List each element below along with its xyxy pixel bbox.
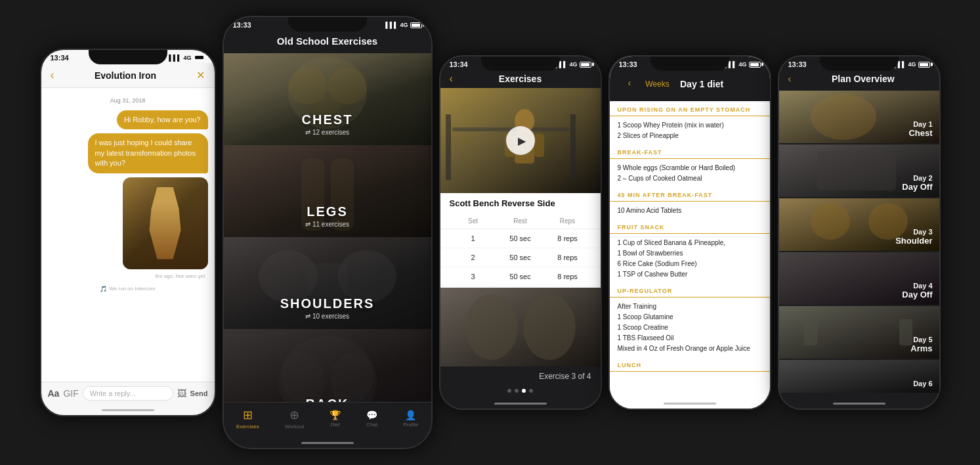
home-bar-1 xyxy=(102,409,154,411)
chat-back-button[interactable]: ‹ xyxy=(51,68,54,82)
plan-back-button[interactable]: ‹ xyxy=(788,74,792,84)
category-back[interactable]: BACK xyxy=(224,329,431,402)
diet-section-2: 45 MIN AFTER BREAK-FAST xyxy=(610,187,770,202)
notch-2 xyxy=(288,17,367,32)
play-button[interactable]: ▶ xyxy=(506,126,535,155)
col-set: Set xyxy=(450,217,497,225)
bottom-thumbnail xyxy=(440,288,601,366)
exercises-nav-icon: ⊞ xyxy=(243,408,253,422)
chat-reply-input[interactable]: Write a reply... xyxy=(83,386,173,401)
diet-section-4: UP-REGULATOR xyxy=(610,282,770,298)
detail-back-button[interactable]: ‹ xyxy=(450,73,453,85)
exercise-video[interactable]: ▶ xyxy=(440,88,601,193)
day3-name: Shoulder xyxy=(895,236,932,246)
exercises-header: Old School Exercises xyxy=(224,30,431,53)
gif-button[interactable]: GIF xyxy=(63,388,78,399)
legs-overlay: LEGS 11 exercises xyxy=(224,145,431,237)
dot-1 xyxy=(507,389,511,393)
chat-bubble-1: Hi Robby, how are you? xyxy=(117,110,208,129)
shoulders-overlay: SHOULDERS 10 exercises xyxy=(224,237,431,329)
category-chest[interactable]: CHEST 12 exercises xyxy=(224,53,431,145)
chest-name: CHEST xyxy=(302,112,353,127)
status-icons-1: ▌▌▌ 4G xyxy=(169,55,205,62)
signal-1: ▌▌▌ xyxy=(169,55,181,61)
set-row-2: 2 50 sec 8 reps xyxy=(440,248,601,267)
home-indicator-4 xyxy=(610,398,770,409)
status-icons-2: ▌▌▌ 4G xyxy=(385,22,421,28)
plan-item-day5[interactable]: Day 5 Arms xyxy=(779,306,939,359)
day2-overlay: Day 2 Day Off xyxy=(779,144,939,197)
set-2-rest: 50 sec xyxy=(497,254,544,261)
category-legs[interactable]: LEGS 11 exercises xyxy=(224,145,431,237)
weeks-link[interactable]: Weeks xyxy=(645,79,669,89)
chat-intercom-notice: 🎵 We run on Intercom xyxy=(48,283,208,295)
detail-title: Exercises xyxy=(499,74,542,84)
chat-close-button[interactable]: ✕ xyxy=(196,69,205,81)
battery-icon-1 xyxy=(194,55,205,62)
day6-overlay: Day 6 xyxy=(779,360,939,393)
nav-chat[interactable]: 💬 Chat xyxy=(366,410,377,428)
screen-3: 13:34 ▌▌▌ 4G ‹ Exercises xyxy=(440,56,601,409)
plan-item-day3[interactable]: Day 3 Shoulder xyxy=(779,198,939,251)
chat-send-button[interactable]: Send xyxy=(190,389,208,397)
phone-1-chat: 13:34 ▌▌▌ 4G ‹ Evolution Iron ✕ Aug 31, … xyxy=(40,49,216,416)
set-3-rest: 50 sec xyxy=(497,273,544,280)
shoulders-name: SHOULDERS xyxy=(280,296,375,311)
day3-overlay: Day 3 Shoulder xyxy=(779,198,939,251)
col-reps: Reps xyxy=(544,217,591,225)
exercises-nav-label: Exercises xyxy=(236,424,259,430)
day3-label: Day 3 xyxy=(913,228,932,236)
diet-content-4: After Training1 Scoop Glutamine1 Scoop C… xyxy=(610,298,770,357)
exercise-name: Scott Bench Reverse Side xyxy=(440,193,601,213)
chat-messages: Aug 31, 2018 Hi Robby, how are you? I wa… xyxy=(41,88,215,382)
day1-label: Day 1 xyxy=(913,120,932,128)
day4-label: Day 4 xyxy=(913,282,932,290)
video-overlay: ▶ xyxy=(440,88,601,193)
nav-workout[interactable]: ⊕ Workout xyxy=(285,408,305,430)
day1-name: Chest xyxy=(908,128,932,138)
category-shoulders[interactable]: SHOULDERS 10 exercises xyxy=(224,237,431,329)
diet-section-1: BREAK-FAST xyxy=(610,144,770,159)
chat-nav-label: Chat xyxy=(366,422,377,428)
plan-item-day1[interactable]: Day 1 Chest xyxy=(779,91,939,143)
workout-nav-label: Workout xyxy=(285,424,305,430)
bottom-nav: ⊞ Exercises ⊕ Workout 🏆 Diet 💬 Chat 👤 xyxy=(224,402,431,437)
battery-4 xyxy=(749,62,761,68)
image-attach-button[interactable]: 🖼 xyxy=(177,388,186,399)
diet-back-button[interactable]: ‹ xyxy=(619,74,641,95)
set-1-rest: 50 sec xyxy=(497,234,544,242)
phone-5-plan: 13:33 ▌▌▌ 4G ‹ Plan Overview xyxy=(778,55,941,410)
text-format-button[interactable]: Aa xyxy=(48,388,60,399)
back-name: BACK xyxy=(306,397,349,402)
plan-item-day4[interactable]: Day 4 Day Off xyxy=(779,252,939,305)
plan-list: Day 1 Chest Day 2 Day xyxy=(779,91,939,398)
chat-nav-bar: ‹ Evolution Iron ✕ xyxy=(41,63,215,88)
chat-input-bar: Aa GIF Write a reply... 🖼 Send xyxy=(41,382,215,405)
day5-label: Day 5 xyxy=(913,336,932,343)
nav-exercises[interactable]: ⊞ Exercises xyxy=(236,408,259,430)
set-3-num: 3 xyxy=(450,273,497,280)
battery-3 xyxy=(580,62,591,68)
nav-profile[interactable]: 👤 Profile xyxy=(403,410,418,428)
status-icons-4: ▌▌▌ 4G xyxy=(724,61,760,68)
diet-content-1: 9 Whole eggs (Scramble or Hard Boiled)2 … xyxy=(610,159,770,187)
notch-1 xyxy=(89,50,167,64)
nav-diet[interactable]: 🏆 Diet xyxy=(330,410,341,428)
diet-content-3: 1 Cup of Sliced Banana & Pineapple,1 Bow… xyxy=(610,234,770,282)
svg-rect-20 xyxy=(440,288,601,366)
network-4: 4G xyxy=(738,61,746,68)
phones-container: 13:34 ▌▌▌ 4G ‹ Evolution Iron ✕ Aug 31, … xyxy=(27,3,954,462)
network-1: 4G xyxy=(183,55,191,61)
screen-4: 13:33 ▌▌▌ 4G ‹ Weeks Day 1 diet UPON RIS… xyxy=(610,56,770,409)
time-5: 13:33 xyxy=(788,60,807,68)
screen-5: 13:33 ▌▌▌ 4G ‹ Plan Overview xyxy=(779,56,939,409)
time-4: 13:33 xyxy=(619,60,637,68)
plan-item-day2[interactable]: Day 2 Day Off xyxy=(779,144,939,197)
diet-section-5: LUNCH xyxy=(610,357,770,372)
set-row-1: 1 50 sec 8 reps xyxy=(440,229,601,248)
day2-name: Day Off xyxy=(902,182,932,192)
back-overlay: BACK xyxy=(224,329,431,402)
plan-item-day6[interactable]: Day 6 xyxy=(779,360,939,393)
phone-3-detail: 13:34 ▌▌▌ 4G ‹ Exercises xyxy=(439,55,602,410)
shoulders-count: 10 exercises xyxy=(305,313,349,320)
